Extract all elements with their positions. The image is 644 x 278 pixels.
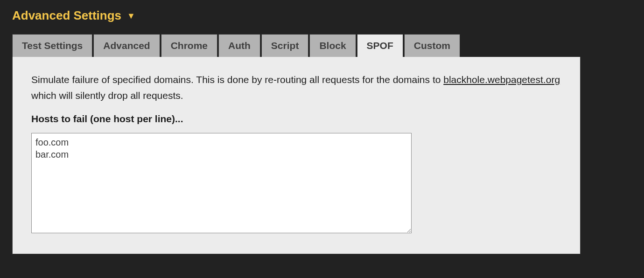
tab-custom[interactable]: Custom — [404, 34, 460, 57]
tab-block[interactable]: Block — [309, 34, 356, 57]
hosts-to-fail-label: Hosts to fail (one host per line)... — [31, 113, 561, 125]
spof-panel: Simulate failure of specified domains. T… — [12, 57, 581, 254]
advanced-settings-title: Advanced Settings — [12, 8, 121, 23]
chevron-down-icon: ▼ — [127, 12, 135, 20]
tab-advanced[interactable]: Advanced — [93, 34, 160, 57]
hosts-to-fail-input[interactable] — [31, 133, 412, 233]
settings-tabs: Test Settings Advanced Chrome Auth Scrip… — [12, 34, 632, 57]
tab-chrome[interactable]: Chrome — [161, 34, 217, 57]
desc-text-suffix: which will silently drop all requests. — [31, 90, 183, 101]
desc-text-prefix: Simulate failure of specified domains. T… — [31, 74, 443, 85]
spof-description: Simulate failure of specified domains. T… — [31, 72, 561, 103]
tab-auth[interactable]: Auth — [218, 34, 260, 57]
tab-test-settings[interactable]: Test Settings — [12, 34, 92, 57]
tab-script[interactable]: Script — [261, 34, 309, 57]
blackhole-link[interactable]: blackhole.webpagetest.org — [443, 74, 560, 85]
advanced-settings-header[interactable]: Advanced Settings ▼ — [12, 8, 632, 23]
tab-spof[interactable]: SPOF — [357, 34, 403, 57]
